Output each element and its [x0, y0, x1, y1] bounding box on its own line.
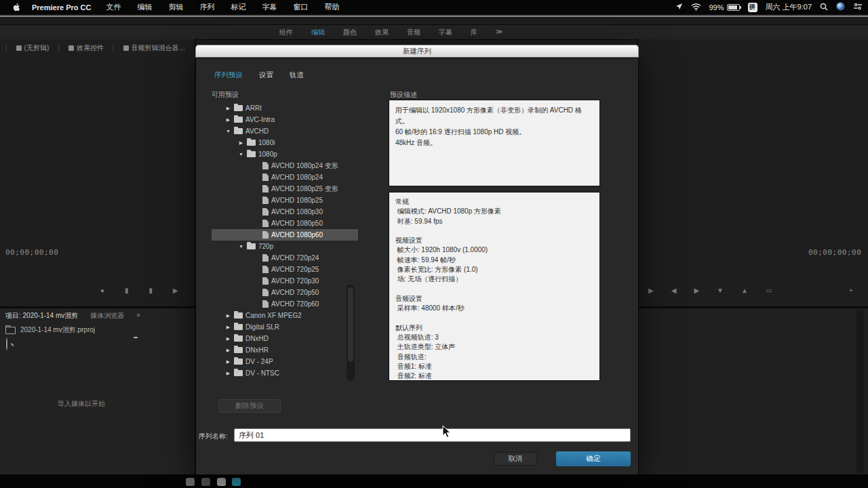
menu-item[interactable]: 编辑: [137, 2, 152, 12]
tree-scrollbar[interactable]: [347, 285, 355, 381]
preset-tree-item[interactable]: AVCHD 720p30: [212, 275, 358, 287]
menu-item[interactable]: 帮助: [324, 2, 339, 12]
project-search-icon[interactable]: [6, 338, 7, 350]
preset-tree-item[interactable]: AVCHD 720p24: [212, 252, 358, 264]
cancel-button[interactable]: 取消: [494, 452, 537, 466]
source-panel-tab[interactable]: (无剪辑): [5, 43, 49, 53]
apple-menu-icon[interactable]: [12, 2, 21, 12]
disclosure-arrow-icon[interactable]: ▶: [225, 117, 231, 123]
disclosure-arrow-icon[interactable]: ▶: [225, 106, 231, 111]
menu-item[interactable]: 剪辑: [168, 2, 183, 12]
ok-button[interactable]: 确定: [556, 451, 631, 466]
project-file-row[interactable]: 2020-1-14 mv混剪.prproj: [5, 325, 95, 335]
preset-tree-item[interactable]: AVCHD 1080p50: [212, 218, 358, 229]
workspace-tab[interactable]: 颜色: [343, 28, 357, 37]
program-transport-button[interactable]: ▶: [648, 287, 654, 294]
detail-line: [395, 285, 593, 294]
disclosure-arrow-icon[interactable]: ▶: [225, 313, 231, 319]
preset-tree-item[interactable]: ▼ 720p: [212, 241, 358, 252]
preset-tree-item[interactable]: AVCHD 720p60: [212, 298, 358, 310]
dock-app-icon[interactable]: [232, 478, 241, 486]
battery-icon: [727, 4, 740, 11]
dock-app-icon[interactable]: [217, 478, 226, 486]
disclosure-arrow-icon[interactable]: ▶: [225, 325, 231, 330]
workspace-tab[interactable]: 库: [471, 28, 477, 37]
workspace-tab[interactable]: 组件: [279, 28, 293, 37]
preset-tree-item[interactable]: AVCHD 1080p60: [212, 229, 358, 241]
preset-tree-item[interactable]: ▶ DNxHD: [212, 333, 358, 344]
description-line: 用于编辑以 1920x1080 方形像素（非变形）录制的 AVCHD 格式。: [395, 105, 593, 127]
menu-item[interactable]: 文件: [106, 2, 121, 12]
menu-item[interactable]: 标记: [231, 2, 245, 12]
program-transport-button[interactable]: ▶: [694, 287, 699, 294]
preset-tree-item[interactable]: ▶ AVC-Intra: [212, 114, 358, 125]
source-transport-button[interactable]: ▶: [173, 287, 178, 294]
preset-tree-item[interactable]: AVCHD 1080p24 变形: [212, 160, 358, 171]
dialog-tab[interactable]: 轨道: [290, 70, 304, 80]
input-method-icon[interactable]: 拼: [748, 3, 757, 12]
dialog-tab[interactable]: 序列预设: [214, 70, 243, 80]
workspace-tab[interactable]: ≫: [496, 28, 502, 37]
menu-clock[interactable]: 周六 上午9:07: [766, 2, 812, 12]
preset-tree-item[interactable]: ▼ AVCHD: [212, 125, 358, 137]
source-transport-button[interactable]: ▮: [125, 287, 129, 294]
dialog-title-bar[interactable]: 新建序列: [195, 45, 639, 58]
wifi-icon[interactable]: [691, 3, 701, 12]
source-panel-tab[interactable]: 音频剪辑混合器…: [113, 43, 186, 53]
preset-tree-item[interactable]: AVCHD 1080p25: [212, 195, 358, 206]
dock-app-icon[interactable]: [186, 478, 195, 486]
disclosure-arrow-icon[interactable]: ▼: [238, 152, 244, 157]
tab-project[interactable]: 项目: 2020-1-14 mv混剪: [5, 311, 78, 321]
dialog-tab[interactable]: 设置: [259, 70, 273, 80]
project-file-icon: [5, 327, 16, 334]
battery-indicator[interactable]: 99%: [709, 3, 740, 12]
disclosure-arrow-icon[interactable]: ▼: [238, 244, 244, 249]
workspace-tab[interactable]: 字幕: [439, 28, 452, 37]
control-center-icon[interactable]: [853, 3, 863, 12]
preset-tree-item[interactable]: ▼ 1080p: [212, 148, 358, 160]
preset-tree-item[interactable]: ▶ DNxHR: [212, 344, 358, 356]
disclosure-arrow-icon[interactable]: ▶: [225, 359, 231, 365]
program-transport-button[interactable]: ◀: [671, 287, 677, 294]
preset-tree-item[interactable]: ▶ DV - 24P: [212, 356, 358, 367]
source-transport-button[interactable]: ●: [100, 287, 104, 294]
disclosure-arrow-icon[interactable]: ▶: [225, 371, 231, 376]
spotlight-search-icon[interactable]: [820, 3, 828, 12]
disclosure-arrow-icon[interactable]: ▶: [225, 336, 231, 342]
preset-tree-item[interactable]: AVCHD 1080p25 变形: [212, 183, 358, 195]
menu-item[interactable]: 序列: [199, 2, 214, 12]
workspace-tab[interactable]: 编辑: [311, 28, 325, 37]
preset-tree-item[interactable]: ▶ DV - NTSC: [212, 367, 358, 379]
disclosure-arrow-icon[interactable]: ▼: [225, 129, 231, 134]
preset-tree-item[interactable]: ▶ Digital SLR: [212, 321, 358, 333]
workspace-tab[interactable]: 效果: [375, 28, 389, 37]
preset-tree-item[interactable]: ▶ Canon XF MPEG2: [212, 310, 358, 321]
tree-item-icon: [234, 312, 243, 319]
menu-item[interactable]: 窗口: [293, 2, 308, 12]
preset-tree-item[interactable]: AVCHD 720p50: [212, 287, 358, 298]
source-transport-button[interactable]: ▮: [149, 287, 153, 294]
location-icon[interactable]: [675, 3, 683, 12]
panel-overflow-icon[interactable]: »: [136, 311, 140, 321]
program-transport-button[interactable]: ▭: [766, 287, 772, 294]
menu-item[interactable]: 字幕: [262, 2, 277, 12]
tab-media-browser[interactable]: 媒体浏览器: [90, 311, 124, 321]
preset-description-box: 用于编辑以 1920x1080 方形像素（非变形）录制的 AVCHD 格式。60…: [389, 100, 600, 186]
delete-preset-button[interactable]: 删除预设: [218, 399, 281, 413]
source-panel-tab[interactable]: 效果控件: [58, 43, 104, 53]
menu-items: 文件编辑剪辑序列标记字幕窗口帮助: [106, 2, 339, 12]
preset-tree-item[interactable]: AVCHD 1080p24: [212, 171, 358, 183]
workspace-tab[interactable]: 音频: [407, 28, 420, 37]
disclosure-arrow-icon[interactable]: ▶: [225, 348, 231, 353]
dock-app-icon[interactable]: [201, 478, 210, 486]
preset-tree-item[interactable]: ▶ 1080i: [212, 137, 358, 148]
disclosure-arrow-icon[interactable]: ▶: [238, 140, 244, 146]
program-transport-button[interactable]: ▲: [741, 287, 748, 294]
preset-tree-item[interactable]: AVCHD 720p25: [212, 264, 358, 275]
preset-tree-item[interactable]: ▶ ARRI: [212, 102, 358, 114]
preset-tree-item[interactable]: AVCHD 1080p30: [212, 206, 358, 218]
siri-icon[interactable]: [836, 2, 845, 12]
program-settings-button[interactable]: +: [849, 287, 853, 294]
program-transport-button[interactable]: ▼: [717, 287, 724, 294]
sequence-name-input[interactable]: [234, 428, 631, 442]
